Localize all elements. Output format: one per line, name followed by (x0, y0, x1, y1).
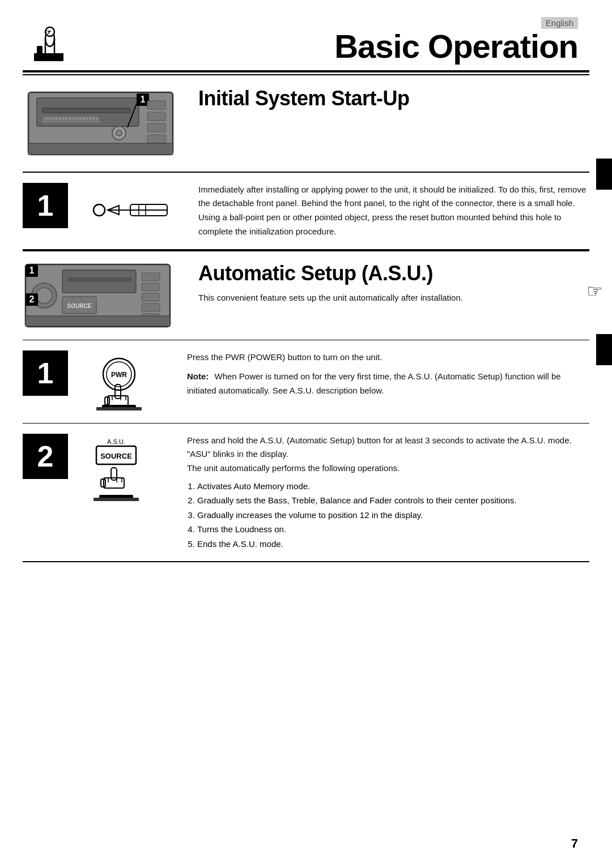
svg-rect-18 (69, 118, 71, 119)
asu-content: Automatic Setup (A.S.U.) This convenient… (198, 262, 589, 305)
svg-text:☞: ☞ (586, 281, 603, 301)
svg-rect-11 (45, 118, 47, 119)
asu-description: This convenient feature sets up the unit… (198, 291, 589, 305)
svg-text:1: 1 (29, 266, 35, 275)
svg-text:A.S.U.: A.S.U. (107, 438, 125, 445)
initial-system-section: 1 Initial System Start-Up (23, 75, 589, 172)
operation-3: Gradually increases the volume to positi… (197, 508, 589, 523)
page-number: 7 (571, 836, 578, 851)
right-hand-icon: ☞ (584, 277, 612, 311)
svg-rect-13 (52, 118, 54, 119)
svg-rect-23 (86, 118, 88, 119)
step1-number: 1 (23, 350, 68, 396)
step1-text: Press the PWR (POWER) button to turn on … (187, 350, 589, 365)
step-1-box: 1 (23, 183, 68, 228)
svg-rect-14 (56, 118, 57, 119)
header-title-block: English Basic Operation (91, 17, 578, 66)
asu-unit-image: 1 2 SOURCE (23, 262, 181, 332)
svg-rect-24 (90, 118, 91, 119)
step2-operations-list: Activates Auto Memory mode. Gradually se… (197, 479, 589, 551)
svg-rect-1 (37, 46, 42, 56)
step2-section: 2 A.S.U. SOURCE (23, 424, 589, 563)
svg-rect-69 (96, 407, 142, 411)
svg-rect-53 (142, 273, 160, 281)
header: ☞ English Basic Operation (0, 0, 612, 66)
svg-rect-26 (96, 118, 98, 119)
svg-point-37 (94, 204, 105, 216)
svg-rect-54 (142, 283, 160, 291)
svg-point-28 (116, 130, 122, 136)
step2-content: Press and hold the A.S.U. (Automatic Set… (187, 434, 589, 551)
step2-text: Press and hold the A.S.U. (Automatic Set… (187, 434, 589, 476)
asu-section: 1 2 SOURCE Automa (23, 250, 589, 340)
hand-icon: ☞ (34, 26, 79, 66)
svg-rect-25 (93, 118, 95, 119)
svg-rect-58 (26, 316, 170, 326)
step1-content: Press the PWR (POWER) button to turn on … (187, 350, 589, 398)
source-image: A.S.U. SOURCE (79, 434, 170, 507)
svg-rect-32 (147, 101, 165, 109)
svg-text:SOURCE: SOURCE (67, 303, 92, 309)
svg-rect-36 (28, 143, 173, 155)
svg-rect-21 (79, 118, 81, 119)
svg-rect-16 (62, 118, 64, 119)
svg-rect-74 (104, 478, 124, 488)
initial-step-content: Immediately after installing or applying… (198, 183, 589, 239)
operation-1: Activates Auto Memory mode. (197, 479, 589, 494)
side-tab-top (596, 159, 612, 190)
language-label: English (541, 17, 578, 29)
svg-text:PWR: PWR (111, 371, 127, 379)
operation-4: Turns the Loudness on. (197, 522, 589, 537)
main-title: Basic Operation (91, 30, 578, 63)
operation-2: Gradually sets the Bass, Treble, Balance… (197, 493, 589, 508)
svg-rect-15 (59, 118, 61, 119)
page: ☞ English Basic Operation (0, 0, 612, 868)
step1-note: Note: When Power is turned on for the ve… (187, 370, 589, 398)
svg-point-44 (36, 288, 52, 303)
initial-system-content: Initial System Start-Up (198, 87, 589, 116)
svg-rect-48 (67, 277, 131, 282)
svg-rect-35 (147, 135, 165, 143)
svg-rect-80 (94, 498, 139, 501)
svg-text:☞: ☞ (45, 28, 52, 36)
step2-number: 2 (23, 434, 68, 479)
svg-rect-56 (142, 303, 160, 311)
svg-text:1: 1 (141, 95, 146, 104)
svg-rect-63 (108, 396, 128, 406)
unit-image: 1 (23, 87, 181, 160)
pwr-image: PWR (79, 350, 170, 413)
svg-rect-33 (147, 112, 165, 121)
initial-step-text: Immediately after installing or applying… (198, 183, 589, 239)
initial-step-section: 1 Immediately after installing or applyi… (23, 172, 589, 250)
asu-heading: Automatic Setup (A.S.U.) (198, 262, 589, 285)
pen-image (79, 183, 181, 234)
step1-section: 1 PWR (23, 340, 589, 424)
svg-text:2: 2 (29, 294, 35, 304)
svg-rect-34 (147, 123, 165, 132)
svg-rect-12 (49, 118, 50, 119)
svg-rect-22 (83, 118, 84, 119)
svg-rect-17 (66, 118, 67, 119)
svg-rect-9 (42, 108, 130, 113)
side-tab-bottom (596, 334, 612, 365)
svg-rect-20 (76, 118, 78, 119)
svg-text:SOURCE: SOURCE (100, 452, 132, 460)
svg-rect-19 (73, 118, 74, 119)
svg-rect-55 (142, 293, 160, 301)
initial-system-heading: Initial System Start-Up (198, 87, 589, 110)
operation-5: Ends the A.S.U. mode. (197, 537, 589, 551)
